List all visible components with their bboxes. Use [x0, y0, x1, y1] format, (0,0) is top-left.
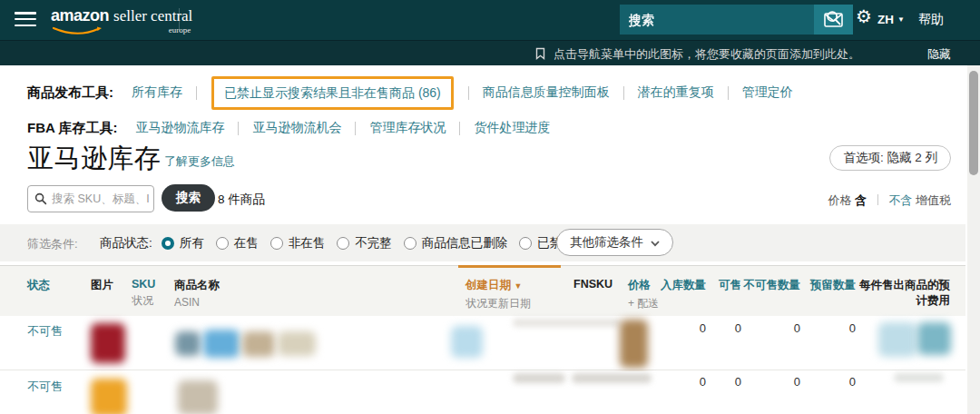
redacted-fee: [878, 322, 916, 357]
column-created-label: 创建日期: [466, 279, 511, 291]
inventory-search-input[interactable]: [50, 187, 152, 211]
link-listing-quality-dashboard[interactable]: 商品信息质量控制面板: [483, 84, 610, 101]
page-title: 亚马逊库存: [27, 141, 162, 177]
link-all-inventory[interactable]: 所有库存: [132, 84, 182, 101]
filters-label: 筛选条件:: [27, 236, 78, 252]
logo-divider: [179, 8, 180, 32]
reserved-qty: 0: [783, 321, 856, 335]
inventory-table-header: 状态 图片 SKU状况 商品名称ASIN 创建日期 ▼状况更新日期 FNSKU …: [0, 265, 965, 316]
favorites-hint-banner: 点击导航菜单中的此图标，将您要收藏的页面添加到此处。 隐藏: [0, 40, 980, 65]
divider: [459, 122, 460, 135]
highlight-box: 已禁止显示搜索结果且非在售商品 (86): [211, 76, 454, 110]
column-sku[interactable]: SKU状况: [132, 278, 155, 309]
column-status-updated: 状况更新日期: [466, 296, 531, 311]
scrollbar-thumb[interactable]: [969, 71, 978, 175]
logo-suffix: seller central: [113, 7, 192, 25]
redacted-product-name: [242, 331, 275, 357]
banner-hide-link[interactable]: 隐藏: [927, 46, 951, 63]
radio-label: 不完整: [355, 235, 392, 251]
column-status[interactable]: 状态: [27, 278, 50, 293]
filter-bar: 筛选条件: 商品状态: 所有 在售 非在售 不完整 商品信息已删除 已禁止显示搜…: [0, 224, 965, 261]
link-manage-inventory-health[interactable]: 管理库存状况: [369, 120, 446, 136]
amazon-seller-central-logo[interactable]: amazonseller central europe: [51, 6, 192, 25]
divider: [728, 86, 729, 100]
table-row: 不可售 0 0 0 0: [0, 316, 965, 370]
amazon-smile-icon: [52, 23, 103, 39]
scrollbar-track[interactable]: [967, 65, 980, 414]
redacted-product-name: [278, 331, 316, 356]
radio-icon: [337, 237, 349, 250]
link-potential-duplicates[interactable]: 潜在的重复项: [638, 84, 714, 101]
divider: [238, 122, 239, 135]
learn-more-link[interactable]: 了解更多信息: [164, 153, 235, 170]
gear-icon[interactable]: ⚙: [856, 7, 872, 25]
column-created-date[interactable]: 创建日期 ▼状况更新日期: [466, 278, 531, 311]
bookmark-icon: [535, 47, 545, 64]
radio-option-deleted[interactable]: 商品信息已删除: [404, 235, 508, 251]
search-icon: [34, 192, 47, 209]
listing-tools-row: 商品发布工具: 所有库存 已禁止显示搜索结果且非在售商品 (86) 商品信息质量…: [27, 76, 793, 109]
active-sort-indicator: [458, 265, 561, 268]
vat-incl-option[interactable]: 含: [855, 193, 867, 207]
radio-option-active[interactable]: 在售: [216, 235, 259, 251]
listing-tools-label: 商品发布工具:: [27, 84, 113, 102]
radio-label: 在售: [234, 235, 259, 251]
column-price-sub: + 配送: [628, 296, 659, 311]
radio-selected-icon: [162, 237, 174, 250]
radio-label: 商品信息已删除: [422, 235, 508, 251]
row-status-link[interactable]: 不可售: [27, 379, 63, 395]
vat-toggle: 价格 含 不含 增值税: [828, 192, 952, 209]
radio-option-all[interactable]: 所有: [162, 235, 204, 251]
help-link[interactable]: 帮助: [918, 12, 944, 28]
amazon-seller-central-page: amazonseller central europe ⚙ ZH▼ 帮助 点击导…: [0, 0, 980, 414]
divider: [468, 86, 469, 100]
inventory-search-button[interactable]: 搜索: [162, 184, 215, 212]
column-reserved[interactable]: 预留数量: [783, 278, 856, 293]
mail-icon[interactable]: [824, 13, 843, 27]
radio-icon: [404, 237, 416, 250]
column-asin: ASIN: [174, 296, 220, 309]
redacted-sku: [175, 331, 201, 356]
global-search-input[interactable]: [620, 5, 814, 34]
link-fba-opportunities[interactable]: 亚马逊物流机会: [252, 120, 341, 136]
more-filters-dropdown[interactable]: 其他筛选条件: [556, 229, 673, 256]
reserved-qty: 0: [783, 375, 856, 389]
redacted-date-text: [513, 373, 565, 383]
radio-option-incomplete[interactable]: 不完整: [337, 235, 392, 251]
row-status-link[interactable]: 不可售: [27, 323, 63, 340]
preferences-button[interactable]: 首选项: 隐藏 2 列: [829, 145, 951, 171]
chevron-down-icon: ▼: [897, 15, 905, 24]
radio-option-inactive[interactable]: 非在售: [270, 235, 326, 251]
redacted-product-image: [91, 323, 125, 363]
divider: [355, 122, 356, 135]
column-condition: 状况: [132, 293, 155, 309]
top-navigation-bar: amazonseller central europe ⚙ ZH▼ 帮助: [0, 0, 980, 40]
column-sku-label: SKU: [132, 278, 155, 291]
vat-excl-option[interactable]: 不含: [888, 193, 912, 207]
column-name-label: 商品名称: [174, 279, 220, 291]
inventory-search-box: [27, 185, 154, 212]
link-suppressed-inactive[interactable]: 已禁止显示搜索结果且非在售商品 (86): [224, 85, 441, 100]
radio-label: 非在售: [289, 235, 326, 251]
link-manage-pricing[interactable]: 管理定价: [742, 84, 793, 101]
language-selector[interactable]: ZH▼: [877, 13, 905, 26]
link-fba-inventory[interactable]: 亚马逊物流库存: [135, 120, 224, 136]
radio-icon: [216, 237, 229, 250]
column-fnsku: FNSKU: [573, 278, 612, 291]
redacted-product-name: [178, 380, 218, 414]
hamburger-menu-icon[interactable]: [15, 12, 36, 28]
redacted-date-text: [513, 319, 622, 327]
link-shipment-progress[interactable]: 货件处理进度: [474, 120, 550, 136]
status-filter-label: 商品状态:: [100, 235, 152, 251]
redacted-created-date: [451, 326, 483, 358]
redacted-product-image: [91, 379, 127, 414]
banner-message: 点击导航菜单中的此图标，将您要收藏的页面添加到此处。: [554, 46, 860, 63]
language-label: ZH: [877, 13, 894, 26]
redacted-sku: [203, 330, 240, 358]
divider: [623, 86, 624, 100]
column-image: 图片: [91, 278, 113, 293]
chevron-down-icon: [651, 236, 660, 250]
radio-label: 所有: [180, 235, 204, 251]
radio-icon: [519, 237, 532, 250]
redacted-fee: [917, 322, 951, 355]
